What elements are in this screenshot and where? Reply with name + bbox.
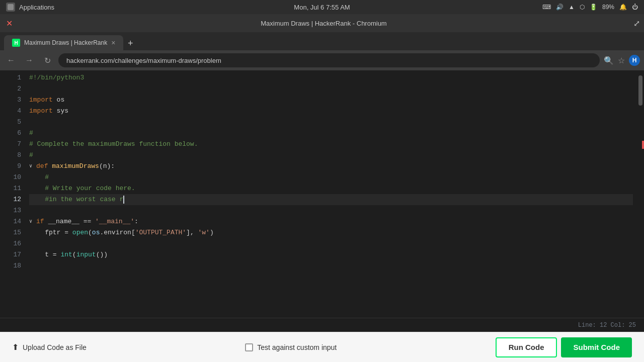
code-line-4: import sys xyxy=(29,106,633,117)
token: import xyxy=(29,95,53,106)
scrollbar-marker xyxy=(642,141,644,149)
scrollbar-thumb[interactable] xyxy=(638,75,642,106)
code-line-12: #in the worst case r xyxy=(29,194,633,205)
tab-title: Maximum Draws | HackerRank xyxy=(24,39,107,46)
collapse-arrow-14[interactable]: ∨ xyxy=(29,216,35,227)
tab-close-btn[interactable]: × xyxy=(111,39,115,47)
text-cursor xyxy=(123,196,124,204)
line-number-8: 8 xyxy=(17,150,21,161)
token: 'w' xyxy=(198,227,210,238)
volume-icon: 🔊 xyxy=(556,4,564,11)
code-line-5 xyxy=(29,117,633,128)
editor-panel: 123456789101112131415161718 #!/bin/pytho… xyxy=(0,70,637,318)
token: input xyxy=(76,249,96,260)
forward-btn[interactable]: → xyxy=(22,53,36,67)
token: # Complete the maximumDraws xyxy=(29,139,139,150)
code-line-3: import os xyxy=(29,95,633,106)
token: if xyxy=(36,216,44,227)
token: sys xyxy=(53,106,68,117)
token: ) xyxy=(210,227,214,238)
line-number-1: 1 xyxy=(17,72,21,83)
upload-btn[interactable]: ⬆ Upload Code as File xyxy=(12,342,87,352)
line-number-7: 7 xyxy=(17,139,21,150)
action-buttons: Run Code Submit Code xyxy=(496,337,632,357)
upload-icon: ⬆ xyxy=(12,342,19,352)
code-line-8: # xyxy=(29,150,633,161)
token xyxy=(48,161,52,172)
token: (n): xyxy=(99,161,115,172)
cursor-position: Line: 12 Col: 25 xyxy=(578,322,636,329)
window-close-btn[interactable]: ✕ xyxy=(4,19,14,28)
line-number-6: 6 xyxy=(17,128,21,139)
collapse-arrow-9[interactable]: ∨ xyxy=(29,161,35,172)
line-number-11: 11 xyxy=(13,183,21,194)
token: int xyxy=(60,249,72,260)
code-line-10: # xyxy=(29,172,633,183)
line-number-3: 3 xyxy=(17,95,21,106)
token xyxy=(29,194,45,205)
code-line-13 xyxy=(29,205,633,216)
app-label: Applications xyxy=(19,4,54,11)
token: os xyxy=(92,227,100,238)
custom-input-label: Test against custom input xyxy=(257,343,337,351)
custom-input-group: Test against custom input xyxy=(245,343,337,351)
code-line-15: fptr = open(os.environ['OUTPUT_PATH'], '… xyxy=(29,227,633,238)
token: .environ[ xyxy=(100,227,135,238)
token: # xyxy=(29,172,49,183)
line-number-15: 15 xyxy=(13,227,21,238)
browser-tab-active[interactable]: H Maximum Draws | HackerRank × xyxy=(4,35,123,50)
token: t = xyxy=(29,249,60,260)
run-code-btn[interactable]: Run Code xyxy=(496,337,557,357)
line-number-17: 17 xyxy=(13,249,21,260)
line-number-10: 10 xyxy=(13,172,21,183)
address-input[interactable] xyxy=(58,53,600,67)
upload-label: Upload Code as File xyxy=(23,343,87,351)
user-avatar[interactable]: H xyxy=(629,55,640,66)
address-icons: 🔍 ☆ H xyxy=(604,55,640,66)
token: ()) xyxy=(96,249,108,260)
token: __name__ == xyxy=(44,216,95,227)
token: open xyxy=(72,227,88,238)
code-line-9: ∨ def maximumDraws(n): xyxy=(29,161,633,172)
editor-scrollbar[interactable] xyxy=(637,70,644,318)
submit-code-btn[interactable]: Submit Code xyxy=(561,337,632,357)
main-content: 123456789101112131415161718 #!/bin/pytho… xyxy=(0,70,644,332)
token: #in the worst case r xyxy=(45,194,123,205)
line-number-9: 9 xyxy=(17,161,21,172)
line-number-16: 16 xyxy=(13,238,21,249)
editor-content[interactable]: #!/bin/python3 import osimport sys ## Co… xyxy=(25,72,637,318)
token: below. xyxy=(171,139,198,150)
battery-icon: 🔋 xyxy=(590,4,597,11)
window-title: Maximum Draws | HackerRank - Chromium xyxy=(18,20,629,27)
token: os xyxy=(53,95,64,106)
code-line-2 xyxy=(29,83,633,95)
token: 'OUTPUT_PATH' xyxy=(135,227,186,238)
window-chrome: ✕ Maximum Draws | HackerRank - Chromium … xyxy=(0,14,644,32)
svg-rect-0 xyxy=(8,4,14,10)
token: ( xyxy=(72,249,76,260)
window-expand-btn[interactable]: ⤢ xyxy=(633,19,640,28)
system-tray: ⌨ 🔊 ▲ ⬡ 🔋 89% 🔔 ⏻ xyxy=(542,4,638,11)
code-line-16 xyxy=(29,238,633,249)
search-icon[interactable]: 🔍 xyxy=(604,56,614,65)
line-number-18: 18 xyxy=(13,260,21,272)
token: def xyxy=(36,161,48,172)
editor-gutter: 123456789101112131415161718 xyxy=(0,72,25,318)
power-icon: ⏻ xyxy=(632,4,638,11)
system-bar-left: Applications xyxy=(6,3,54,12)
star-icon[interactable]: ☆ xyxy=(618,56,625,65)
token: # Write your code here. xyxy=(45,183,135,194)
code-line-17: t = int(input()) xyxy=(29,249,633,260)
code-line-1: #!/bin/python3 xyxy=(29,72,633,83)
editor-wrapper: 123456789101112131415161718 #!/bin/pytho… xyxy=(0,70,644,318)
token: ( xyxy=(88,227,92,238)
back-btn[interactable]: ← xyxy=(4,53,18,67)
token: # xyxy=(29,128,33,139)
system-time: Mon, Jul 6 7:55 AM xyxy=(294,4,350,11)
custom-input-checkbox[interactable] xyxy=(245,343,253,351)
token: maximumDraws xyxy=(52,161,99,172)
token: # xyxy=(29,150,33,161)
reload-btn[interactable]: ↻ xyxy=(40,53,54,67)
new-tab-btn[interactable]: + xyxy=(123,36,137,50)
notification-icon: 🔔 xyxy=(619,4,627,11)
